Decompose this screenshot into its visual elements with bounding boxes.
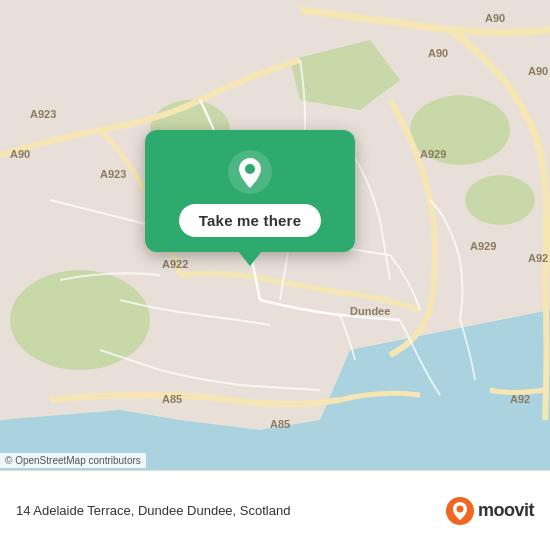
- svg-text:A92: A92: [510, 393, 530, 405]
- address-label: 14 Adelaide Terrace, Dundee Dundee, Scot…: [16, 503, 290, 518]
- svg-text:A90: A90: [485, 12, 505, 24]
- svg-text:Dundee: Dundee: [350, 305, 390, 317]
- moovit-brand-text: moovit: [478, 500, 534, 521]
- svg-point-22: [245, 164, 255, 174]
- svg-text:A90: A90: [10, 148, 30, 160]
- location-popup: Take me there: [145, 130, 355, 252]
- svg-point-24: [456, 505, 463, 512]
- svg-text:A929: A929: [470, 240, 496, 252]
- svg-point-2: [10, 270, 150, 370]
- svg-text:A85: A85: [270, 418, 290, 430]
- svg-text:A85: A85: [162, 393, 182, 405]
- svg-text:A923: A923: [100, 168, 126, 180]
- location-pin-icon: [228, 150, 272, 194]
- moovit-icon: [446, 497, 474, 525]
- osm-attribution: © OpenStreetMap contributors: [0, 453, 146, 468]
- svg-text:A922: A922: [162, 258, 188, 270]
- svg-text:A929: A929: [420, 148, 446, 160]
- bottom-bar: 14 Adelaide Terrace, Dundee Dundee, Scot…: [0, 470, 550, 550]
- take-me-there-button[interactable]: Take me there: [179, 204, 321, 237]
- moovit-logo: moovit: [446, 497, 534, 525]
- svg-text:A90: A90: [428, 47, 448, 59]
- map-view: A90 A90 A90 A929 A929 A923 A923 A922 A92…: [0, 0, 550, 470]
- svg-text:A923: A923: [30, 108, 56, 120]
- svg-text:A92: A92: [528, 252, 548, 264]
- svg-text:A90: A90: [528, 65, 548, 77]
- svg-point-5: [465, 175, 535, 225]
